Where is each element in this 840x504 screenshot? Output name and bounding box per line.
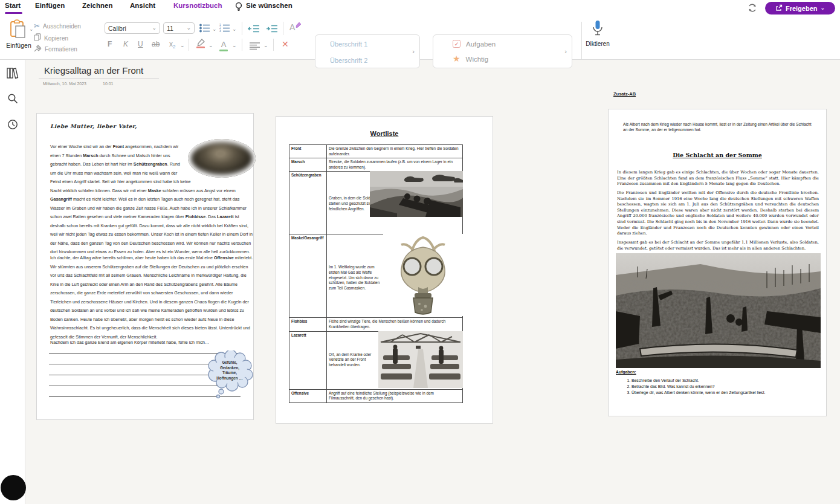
bullet-list-button[interactable]: ⌄ — [199, 24, 217, 35]
article-heading: Die Schlacht an der Somme — [609, 152, 826, 158]
zusatz-label: Zusatz-AB — [613, 91, 636, 97]
somme-battlefield-photo — [616, 253, 821, 370]
tab-einfuegen[interactable]: Einfügen — [35, 2, 65, 9]
chevron-right-icon[interactable]: › — [412, 48, 415, 55]
page-time: 10:01 — [103, 82, 114, 86]
page-title[interactable]: Kriegsalltag an der Front — [44, 65, 143, 76]
styles-pen-button[interactable]: A — [289, 22, 302, 33]
font-color-button[interactable]: A — [219, 39, 228, 51]
wortliste-title: Wortliste — [276, 130, 493, 137]
title-underline — [39, 79, 159, 79]
field-hospital-photo — [378, 331, 463, 390]
chevron-down-icon: ⌄ — [152, 25, 157, 31]
outdent-icon — [248, 24, 260, 35]
thought-cloud: Gefühle, Gedanken, Träume, Hoffnungen … — [205, 351, 254, 400]
tab-ansicht[interactable]: Ansicht — [130, 2, 155, 9]
microphone-icon — [592, 30, 604, 40]
styles-gallery[interactable]: Überschrift 1 Überschrift 2 › — [315, 34, 420, 68]
table-row: Maske/Gasangriff Im 1. Weltkrieg wurde z… — [289, 234, 463, 318]
strikethrough-button[interactable]: ab — [152, 40, 160, 48]
scissors-icon: ✂ — [34, 22, 40, 30]
font-name-select[interactable]: Calibri⌄ — [105, 22, 160, 34]
tags-gallery[interactable]: ✓ Aufgaben ★ Wichtig › — [433, 34, 572, 68]
history-icon[interactable] — [5, 117, 20, 132]
paste-button[interactable]: ⌄ Einfügen — [5, 19, 33, 49]
sync-icon[interactable] — [748, 3, 757, 15]
indent-icon — [266, 24, 278, 35]
lightbulb-icon — [234, 2, 243, 14]
format-painter-button[interactable]: Formatieren — [34, 44, 77, 54]
letter-paragraph-1: Vor einer Woche sind wir an der Front an… — [50, 143, 254, 257]
library-icon[interactable] — [5, 66, 20, 80]
divider — [581, 22, 582, 59]
chevron-down-icon: ⌄ — [208, 43, 213, 48]
tab-sie-wuenschen[interactable]: Sie wünschen — [246, 2, 292, 9]
wortliste-table: Front Die Grenze zwischen den Gegnern in… — [289, 144, 463, 403]
clear-format-icon[interactable]: ✕ — [282, 39, 289, 49]
style-heading2[interactable]: Überschrift 2 — [330, 57, 367, 64]
tag-todo[interactable]: ✓ Aufgaben — [453, 40, 496, 48]
tab-start[interactable]: Start — [5, 2, 21, 9]
underline-button[interactable]: U — [138, 40, 143, 48]
zusatz-intro: Als Albert nach dem Krieg wieder nach Ha… — [623, 121, 814, 133]
chevron-right-icon[interactable]: › — [564, 48, 567, 55]
style-heading1[interactable]: Überschrift 1 — [330, 40, 367, 48]
table-row: Marsch Strecke, die Soldaten zusammen la… — [289, 158, 463, 172]
divider — [273, 39, 274, 51]
dictate-button[interactable]: Diktieren — [583, 20, 613, 47]
tag-important[interactable]: ★ Wichtig — [453, 55, 488, 63]
highlighter-button[interactable] — [196, 39, 205, 51]
letter-paragraph-2: Ich dachte, der Alltag wäre bereits schl… — [50, 254, 254, 341]
copy-button[interactable]: Kopieren — [34, 33, 68, 44]
divider — [189, 39, 189, 51]
checkbox-icon: ✓ — [453, 40, 460, 48]
clipboard-paste-icon — [10, 30, 28, 40]
chevron-down-icon: ⌄ — [212, 27, 217, 32]
ribbon: ⌄ Einfügen ✂ Ausschneiden Kopieren Forma… — [0, 15, 840, 60]
gas-mask-photo — [383, 234, 463, 318]
font-size-select[interactable]: 11⌄ — [163, 22, 195, 34]
tab-zeichnen[interactable]: Zeichnen — [82, 2, 112, 9]
article-paragraph: In diesem langen Krieg gab es einige Sch… — [617, 170, 819, 187]
zusatz-note-container[interactable]: Als Albert nach dem Krieg wieder nach Ha… — [608, 109, 827, 416]
bold-button[interactable]: F — [108, 40, 112, 48]
user-avatar[interactable] — [1, 475, 26, 500]
svg-text:3: 3 — [219, 30, 221, 33]
chevron-down-icon: ⌄ — [263, 43, 268, 48]
chevron-down-icon: ⌄ — [180, 43, 185, 48]
tab-kursnotizbuch[interactable]: Kursnotizbuch — [173, 2, 222, 9]
page-date: Mittwoch, 10. Mai 2023 — [43, 82, 86, 86]
search-icon[interactable] — [5, 91, 20, 106]
share-button[interactable]: Freigeben ⌄ — [765, 2, 835, 15]
numbered-list-button[interactable]: 123 ⌄ — [219, 24, 237, 35]
share-icon — [775, 4, 783, 13]
chevron-down-icon: ⌄ — [821, 5, 825, 11]
star-icon: ★ — [453, 55, 460, 63]
subscript-button[interactable]: x2 — [169, 40, 175, 50]
letter-prompt: Nachdem ich das ganze Elend am eigenen K… — [50, 338, 254, 347]
numbered-list-icon: 123 — [219, 24, 230, 35]
task-item: Betrachte das Bild. Was kannst du erkenn… — [632, 384, 808, 390]
cloud-text: Gefühle, Gedanken, Träume, Hoffnungen … — [211, 360, 248, 381]
table-row: Flohbiss Flöhe sind winzige Tiere, die M… — [289, 318, 463, 331]
paragraph-align-button[interactable] — [250, 41, 260, 52]
page-canvas[interactable]: Kriegsalltag an der Front Mittwoch, 10. … — [25, 60, 840, 504]
letter-note-container[interactable]: Liebe Mutter, lieber Vater, Vor einer Wo… — [36, 113, 254, 420]
divider — [242, 22, 242, 35]
bullet-list-icon — [199, 24, 210, 35]
article-paragraph: Die Franzosen und Engländer wollten mit … — [617, 190, 819, 237]
task-item: Überlege dir, was Albert denken könnte, … — [632, 390, 808, 396]
task-item: Beschreibe den Verlauf der Schlacht. — [632, 378, 808, 384]
chevron-down-icon: ⌄ — [232, 27, 237, 32]
tasks-heading: Aufgaben: — [616, 370, 636, 374]
chevron-down-icon: ⌄ — [232, 43, 237, 48]
italic-button[interactable]: K — [123, 40, 128, 48]
soldier-portrait-photo — [188, 139, 256, 178]
indent-button[interactable] — [266, 24, 278, 35]
cut-button[interactable]: ✂ Ausschneiden — [34, 22, 81, 30]
highlighter-icon — [196, 40, 205, 50]
active-tab-indicator — [5, 12, 22, 14]
wortliste-note-container[interactable]: Wortliste Front Die Grenze zwischen den … — [276, 116, 493, 424]
outdent-button[interactable] — [248, 24, 260, 35]
table-row: Schützengraben Graben, in dem die Soldat… — [289, 172, 463, 234]
